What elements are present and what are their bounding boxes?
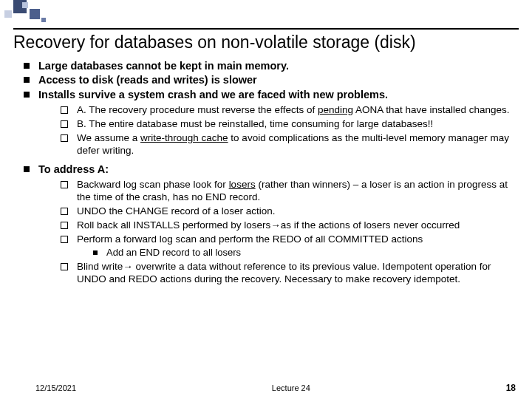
- arrow-icon: →: [123, 261, 133, 272]
- footer-date: 12/15/2021: [35, 383, 76, 392]
- bullet-item: To address A: Backward log scan phase lo…: [24, 163, 519, 286]
- title-rule: [13, 28, 519, 30]
- bullet-text: To address A:: [38, 163, 109, 175]
- subsub-list: Add an END record to all losers: [77, 247, 519, 259]
- bullet-item: Large databases cannot be kept in main m…: [24, 60, 519, 72]
- slide-body: Recovery for databases on non-volatile s…: [13, 33, 519, 377]
- footer-lecture: Lecture 24: [76, 383, 506, 392]
- sub-item: Roll back all INSTALLS performed by lose…: [61, 219, 519, 232]
- sub-item: Blind write→ overwrite a data without re…: [61, 261, 519, 286]
- bullet-item: Access to disk (reads and writes) is slo…: [24, 74, 519, 86]
- sub-list: Backward log scan phase look for losers …: [38, 179, 519, 285]
- sub-list: A. The recovery procedure must reverse t…: [38, 104, 519, 157]
- subsub-item: Add an END record to all losers: [93, 247, 519, 259]
- slide-footer: 12/15/2021 Lecture 24 18: [0, 383, 532, 393]
- bullet-item: Installs survive a system crash and we a…: [24, 89, 519, 157]
- sub-item: Backward log scan phase look for losers …: [61, 179, 519, 204]
- sub-item: B. The entire database must be reinstall…: [61, 118, 519, 131]
- slide-title: Recovery for databases on non-volatile s…: [13, 33, 519, 52]
- corner-decoration: [0, 0, 89, 30]
- footer-page-number: 18: [506, 383, 516, 393]
- sub-item: UNDO the CHANGE record of a loser action…: [61, 205, 519, 218]
- sub-item: A. The recovery procedure must reverse t…: [61, 104, 519, 117]
- sub-item: We assume a write-through cache to avoid…: [61, 132, 519, 157]
- arrow-icon: →: [270, 219, 281, 231]
- sub-item: Perform a forward log scan and perform t…: [61, 233, 519, 259]
- bullet-text: Installs survive a system crash and we a…: [38, 89, 388, 100]
- bullet-list: Large databases cannot be kept in main m…: [13, 60, 519, 285]
